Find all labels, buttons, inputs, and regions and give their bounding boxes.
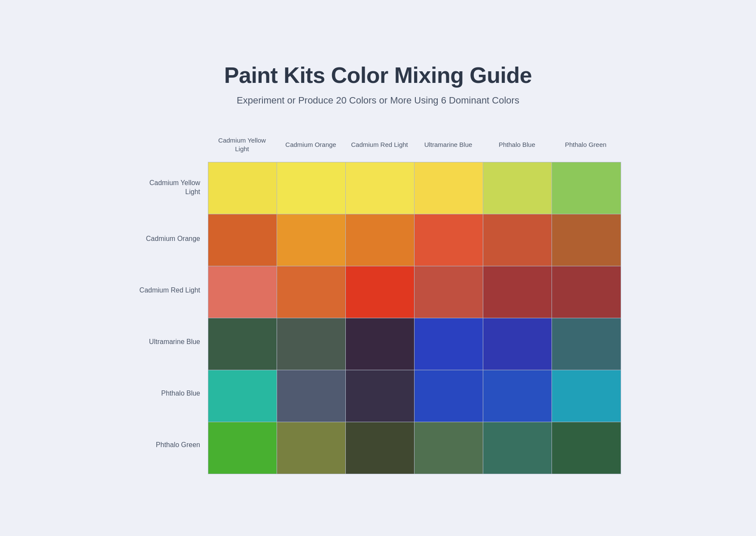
col-header-1: Cadmium Orange (277, 128, 345, 162)
color-cell-4-2 (346, 370, 415, 422)
color-cell-2-5 (552, 266, 621, 318)
color-cell-4-4 (483, 370, 552, 422)
row-labels: Cadmium Yellow LightCadmium OrangeCadmiu… (135, 128, 208, 471)
color-cell-1-1 (277, 214, 346, 266)
col-headers: Cadmium Yellow LightCadmium OrangeCadmiu… (208, 128, 621, 162)
color-cell-3-4 (483, 318, 552, 370)
color-cell-2-2 (346, 266, 415, 318)
color-cell-1-4 (483, 214, 552, 266)
color-cell-0-0 (208, 162, 277, 214)
grid-row-4 (208, 370, 621, 422)
grid-wrapper: Cadmium Yellow LightCadmium OrangeCadmiu… (99, 128, 657, 474)
color-cell-1-3 (415, 214, 483, 266)
color-cell-0-1 (277, 162, 346, 214)
color-grid (208, 162, 621, 474)
color-cell-3-1 (277, 318, 346, 370)
grid-row-2 (208, 266, 621, 318)
color-cell-0-4 (483, 162, 552, 214)
color-cell-5-0 (208, 422, 277, 474)
row-label-1: Cadmium Orange (135, 213, 208, 265)
color-cell-2-3 (415, 266, 483, 318)
col-header-3: Ultramarine Blue (414, 128, 483, 162)
color-cell-0-3 (415, 162, 483, 214)
col-header-0: Cadmium Yellow Light (208, 128, 277, 162)
grid-row-0 (208, 162, 621, 214)
color-cell-5-2 (346, 422, 415, 474)
color-cell-4-5 (552, 370, 621, 422)
row-label-2: Cadmium Red Light (135, 265, 208, 317)
color-cell-5-5 (552, 422, 621, 474)
color-cell-1-2 (346, 214, 415, 266)
row-label-3: Ultramarine Blue (135, 317, 208, 368)
color-cell-0-5 (552, 162, 621, 214)
row-label-4: Phthalo Blue (135, 368, 208, 420)
color-cell-1-5 (552, 214, 621, 266)
color-cell-4-3 (415, 370, 483, 422)
col-header-5: Phthalo Green (552, 128, 620, 162)
color-cell-2-1 (277, 266, 346, 318)
color-cell-2-0 (208, 266, 277, 318)
color-cell-1-0 (208, 214, 277, 266)
page-container: Paint Kits Color Mixing Guide Experiment… (99, 62, 657, 474)
grid-row-5 (208, 422, 621, 474)
color-cell-4-0 (208, 370, 277, 422)
color-cell-2-4 (483, 266, 552, 318)
subtitle: Experiment or Produce 20 Colors or More … (99, 95, 657, 106)
row-label-0: Cadmium Yellow Light (135, 162, 208, 213)
color-cell-3-0 (208, 318, 277, 370)
color-cell-3-2 (346, 318, 415, 370)
grid-row-1 (208, 214, 621, 266)
color-cell-0-2 (346, 162, 415, 214)
grid-section: Cadmium Yellow LightCadmium OrangeCadmiu… (208, 128, 621, 474)
grid-row-3 (208, 318, 621, 370)
color-cell-5-4 (483, 422, 552, 474)
color-cell-3-3 (415, 318, 483, 370)
color-cell-4-1 (277, 370, 346, 422)
color-cell-5-3 (415, 422, 483, 474)
color-cell-3-5 (552, 318, 621, 370)
col-header-4: Phthalo Blue (483, 128, 552, 162)
col-header-2: Cadmium Red Light (345, 128, 414, 162)
color-cell-5-1 (277, 422, 346, 474)
main-title: Paint Kits Color Mixing Guide (99, 62, 657, 88)
row-label-5: Phthalo Green (135, 420, 208, 471)
